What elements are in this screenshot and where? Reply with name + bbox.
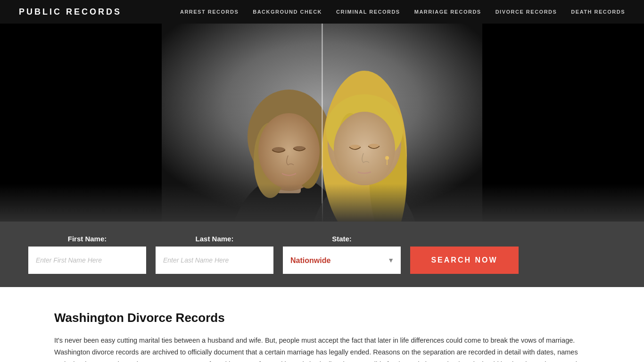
site-logo: PUBLIC RECORDS — [19, 7, 122, 17]
state-field: State: NationwideAlabamaAlaskaArizonaArk… — [283, 235, 401, 274]
content-heading: Washington Divorce Records — [54, 311, 590, 325]
first-name-field: First Name: — [28, 235, 146, 274]
main-nav: ARREST RECORDS BACKGROUND CHECK CRIMINAL… — [180, 9, 625, 15]
last-name-label: Last Name: — [156, 235, 273, 243]
nav-arrest-records[interactable]: ARREST RECORDS — [180, 9, 239, 15]
nav-criminal-records[interactable]: CRIMINAL RECORDS — [336, 9, 400, 15]
hero-section — [0, 24, 644, 222]
hero-overlay-bottom — [0, 184, 644, 222]
nav-marriage-records[interactable]: MARRIAGE RECORDS — [414, 9, 481, 15]
state-select[interactable]: NationwideAlabamaAlaskaArizonaArkansasCa… — [283, 247, 401, 274]
content-paragraph: It's never been easy cutting marital tie… — [54, 335, 590, 362]
first-name-label: First Name: — [28, 235, 146, 243]
svg-point-21 — [385, 156, 389, 160]
svg-point-7 — [258, 113, 320, 189]
content-section: Washington Divorce Records It's never be… — [0, 287, 644, 362]
last-name-input[interactable] — [156, 247, 273, 274]
nav-death-records[interactable]: DEATH RECORDS — [571, 9, 625, 15]
first-name-input[interactable] — [28, 247, 146, 274]
site-header: PUBLIC RECORDS ARREST RECORDS BACKGROUND… — [0, 0, 644, 24]
search-section: First Name: Last Name: State: Nationwide… — [0, 222, 644, 287]
state-select-wrapper: NationwideAlabamaAlaskaArizonaArkansasCa… — [283, 247, 401, 274]
search-now-button[interactable]: SEARCH NOW — [410, 247, 519, 274]
svg-point-8 — [272, 147, 285, 153]
svg-point-20 — [368, 144, 380, 148]
state-label: State: — [283, 235, 401, 243]
svg-point-9 — [293, 146, 305, 151]
nav-divorce-records[interactable]: DIVORCE RECORDS — [495, 9, 557, 15]
nav-background-check[interactable]: BACKGROUND CHECK — [253, 9, 322, 15]
svg-point-18 — [334, 112, 395, 185]
last-name-field: Last Name: — [156, 235, 273, 274]
svg-point-19 — [349, 145, 361, 149]
